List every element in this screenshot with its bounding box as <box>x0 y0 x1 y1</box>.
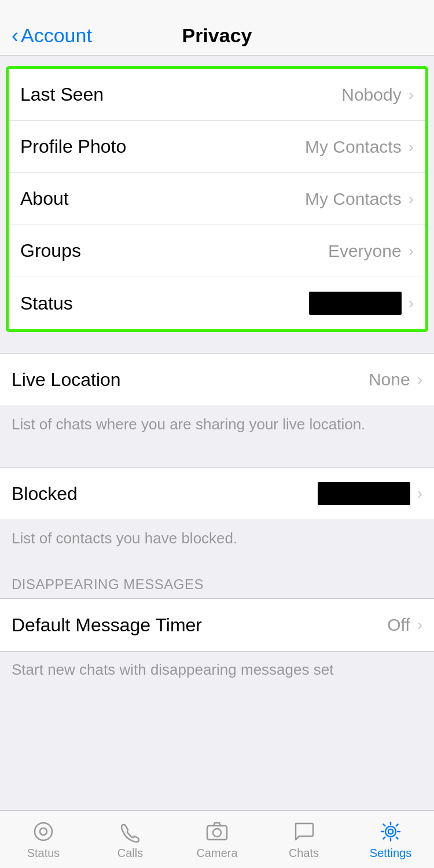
tab-camera[interactable]: Camera <box>174 819 260 860</box>
blocked-redacted <box>318 482 410 505</box>
live-location-right: None › <box>369 370 422 389</box>
status-redacted <box>309 292 402 315</box>
default-message-timer-value: Off <box>387 615 410 635</box>
spacer-2 <box>0 446 434 467</box>
blocked-row[interactable]: Blocked › <box>0 468 434 520</box>
chats-icon <box>291 819 317 844</box>
page-title: Privacy <box>0 24 434 47</box>
about-label: About <box>20 188 69 209</box>
settings-icon <box>378 819 403 844</box>
tab-bar: Status Calls Camera Chats <box>0 810 434 868</box>
live-location-section: Live Location None › <box>0 353 434 406</box>
live-location-label: Live Location <box>12 369 121 391</box>
status-row[interactable]: Status › <box>9 277 425 329</box>
tab-calls-label: Calls <box>117 847 143 860</box>
about-value: My Contacts <box>305 189 402 209</box>
header: ‹ Account Privacy <box>0 0 434 56</box>
live-location-row[interactable]: Live Location None › <box>0 354 434 406</box>
about-chevron-icon: › <box>409 190 414 208</box>
tab-calls[interactable]: Calls <box>87 819 174 860</box>
camera-icon <box>204 819 230 844</box>
last-seen-value: Nobody <box>341 85 401 105</box>
disappearing-messages-description: Start new chats with disappearing messag… <box>0 652 434 692</box>
status-chevron-icon: › <box>409 294 414 312</box>
profile-photo-row[interactable]: Profile Photo My Contacts › <box>9 121 425 173</box>
about-right: My Contacts › <box>305 189 414 209</box>
blocked-section: Blocked › <box>0 467 434 520</box>
last-seen-right: Nobody › <box>341 85 414 105</box>
tab-status-label: Status <box>27 847 60 860</box>
blocked-right: › <box>318 482 422 505</box>
svg-rect-2 <box>207 826 227 840</box>
calls-icon <box>117 819 143 844</box>
default-message-timer-label: Default Message Timer <box>12 615 202 636</box>
tab-chats[interactable]: Chats <box>260 819 347 860</box>
about-row[interactable]: About My Contacts › <box>9 173 425 225</box>
default-message-timer-chevron-icon: › <box>417 616 422 634</box>
status-right: › <box>309 292 414 315</box>
profile-photo-chevron-icon: › <box>409 138 414 156</box>
live-location-description: List of chats where you are sharing your… <box>0 406 434 446</box>
profile-photo-label: Profile Photo <box>20 136 126 157</box>
spacer-1 <box>0 332 434 353</box>
svg-point-3 <box>213 829 221 837</box>
blocked-description: List of contacts you have blocked. <box>0 520 434 560</box>
live-location-value: None <box>369 370 410 389</box>
status-icon <box>31 819 56 844</box>
tab-chats-label: Chats <box>289 847 319 860</box>
groups-right: Everyone › <box>328 241 414 261</box>
svg-point-0 <box>35 823 52 840</box>
blocked-chevron-icon: › <box>417 484 422 503</box>
default-message-timer-row[interactable]: Default Message Timer Off › <box>0 599 434 651</box>
live-location-chevron-icon: › <box>417 370 422 389</box>
tab-settings[interactable]: Settings <box>347 819 434 860</box>
groups-chevron-icon: › <box>409 242 414 260</box>
groups-row[interactable]: Groups Everyone › <box>9 225 425 277</box>
last-seen-row[interactable]: Last Seen Nobody › <box>9 69 425 121</box>
svg-point-4 <box>388 829 393 834</box>
tab-camera-label: Camera <box>196 847 237 860</box>
profile-photo-value: My Contacts <box>305 137 402 157</box>
disappearing-messages-header: Disappearing Messages <box>0 560 434 598</box>
status-label: Status <box>20 293 73 314</box>
privacy-section-group: Last Seen Nobody › Profile Photo My Cont… <box>6 66 428 332</box>
disappearing-messages-section: Default Message Timer Off › <box>0 598 434 652</box>
groups-label: Groups <box>20 240 81 262</box>
svg-point-5 <box>385 826 396 837</box>
svg-point-1 <box>40 828 47 835</box>
default-message-timer-right: Off › <box>387 615 422 635</box>
tab-settings-label: Settings <box>370 847 411 860</box>
last-seen-label: Last Seen <box>20 84 104 105</box>
last-seen-chevron-icon: › <box>409 86 414 104</box>
tab-status[interactable]: Status <box>0 819 87 860</box>
blocked-label: Blocked <box>12 483 78 505</box>
groups-value: Everyone <box>328 241 402 261</box>
profile-photo-right: My Contacts › <box>305 137 414 157</box>
